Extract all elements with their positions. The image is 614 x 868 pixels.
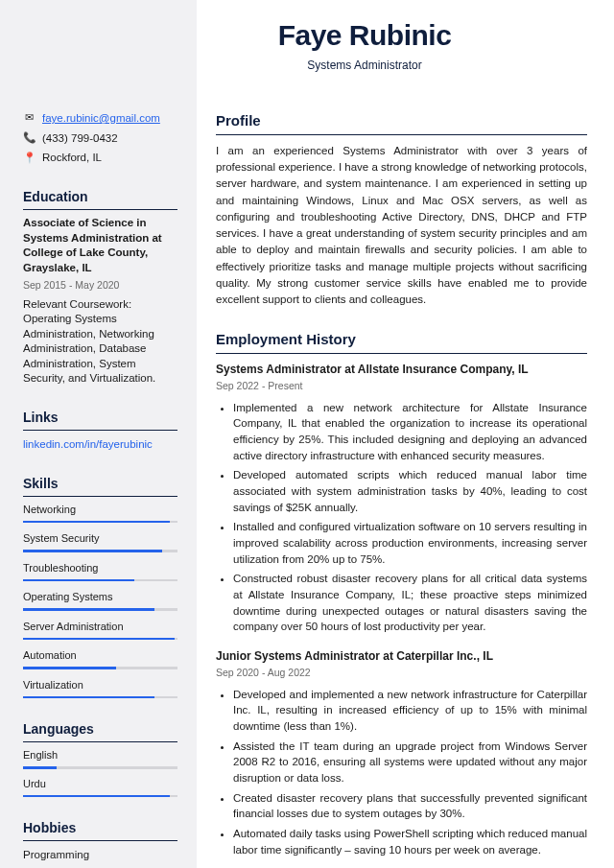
job-bullets: Developed and implemented a new network …: [216, 687, 587, 858]
contact-location-row: 📍 Rockford, IL: [23, 150, 177, 166]
education-coursework: Relevant Coursework: Operating Systems A…: [23, 297, 177, 387]
main-content: Profile I am an experienced Systems Admi…: [197, 0, 614, 868]
person-title: Systems Administrator: [307, 58, 421, 74]
skills-section: Skills NetworkingSystem SecurityTroubles…: [23, 474, 177, 698]
location-icon: 📍: [23, 151, 35, 166]
skill-item: Automation: [23, 648, 177, 669]
skill-name: System Security: [23, 531, 177, 547]
job-bullet: Created disaster recovery plans that suc…: [233, 790, 587, 822]
skill-bar: [23, 521, 177, 524]
contact-block: ✉ faye.rubinic@gmail.com 📞 (433) 799-043…: [23, 110, 177, 166]
job-bullet: Installed and configured virtualization …: [233, 519, 587, 567]
skill-name: Virtualization: [23, 678, 177, 693]
email-link[interactable]: faye.rubinic@gmail.com: [42, 110, 160, 127]
skill-bar: [23, 638, 177, 641]
skill-name: Automation: [23, 648, 177, 664]
phone-text: (433) 799-0432: [42, 130, 118, 147]
skill-bar: [23, 608, 177, 611]
job-dates: Sep 2020 - Aug 2022: [216, 666, 587, 680]
skills-heading: Skills: [23, 474, 177, 497]
skill-name: Networking: [23, 503, 177, 518]
language-item: Urdu: [23, 777, 177, 797]
education-section: Education Associate of Science in System…: [23, 187, 177, 387]
skill-item: Networking: [23, 503, 177, 523]
phone-icon: 📞: [23, 130, 35, 146]
skill-item: System Security: [23, 531, 177, 551]
profile-section: Profile I am an experienced Systems Admi…: [216, 110, 587, 308]
language-name: Urdu: [23, 777, 177, 792]
contact-email-row: ✉ faye.rubinic@gmail.com: [23, 110, 177, 127]
email-icon: ✉: [23, 110, 35, 126]
employment-section: Employment History Systems Administrator…: [216, 329, 587, 857]
skill-bar: [23, 579, 177, 582]
sidebar: ✉ faye.rubinic@gmail.com 📞 (433) 799-043…: [0, 0, 197, 868]
skill-name: Server Administration: [23, 620, 177, 635]
links-heading: Links: [23, 408, 177, 431]
languages-heading: Languages: [23, 719, 177, 742]
profile-heading: Profile: [216, 110, 587, 135]
education-heading: Education: [23, 187, 177, 210]
job-bullet: Developed automated scripts which reduce…: [233, 467, 587, 515]
education-degree: Associate of Science in Systems Administ…: [23, 216, 177, 275]
job-bullet: Implemented a new network architecture f…: [233, 400, 587, 464]
skill-item: Troubleshooting: [23, 561, 177, 581]
skill-name: Operating Systems: [23, 590, 177, 605]
hobbies-heading: Hobbies: [23, 818, 177, 841]
skill-bar: [23, 696, 177, 699]
job-title: Junior Systems Administrator at Caterpil…: [216, 648, 587, 665]
language-bar: [23, 766, 177, 769]
education-dates: Sep 2015 - May 2020: [23, 278, 177, 293]
job-dates: Sep 2022 - Present: [216, 379, 587, 393]
language-item: English: [23, 748, 177, 768]
hobby-item: Programming: [23, 847, 177, 863]
skill-item: Virtualization: [23, 678, 177, 698]
job-bullets: Implemented a new network architecture f…: [216, 400, 587, 635]
job-entry: Junior Systems Administrator at Caterpil…: [216, 648, 587, 857]
person-name: Faye Rubinic: [278, 14, 452, 57]
job-bullet: Assisted the IT team during an upgrade p…: [233, 739, 587, 786]
language-name: English: [23, 748, 177, 763]
skill-item: Server Administration: [23, 620, 177, 640]
language-bar: [23, 795, 177, 798]
links-section: Links linkedin.com/in/fayerubinic: [23, 408, 177, 453]
job-bullet: Developed and implemented a new network …: [233, 687, 587, 735]
job-entry: Systems Administrator at Allstate Insura…: [216, 362, 587, 635]
job-bullet: Automated daily tasks using PowerShell s…: [233, 826, 587, 857]
job-bullet: Constructed robust disaster recovery pla…: [233, 571, 587, 635]
job-title: Systems Administrator at Allstate Insura…: [216, 362, 587, 378]
skill-bar: [23, 550, 177, 552]
languages-section: Languages EnglishUrdu: [23, 719, 177, 797]
skill-name: Troubleshooting: [23, 561, 177, 576]
linkedin-link[interactable]: linkedin.com/in/fayerubinic: [23, 438, 153, 450]
skill-bar: [23, 667, 177, 669]
location-text: Rockford, IL: [42, 150, 102, 166]
hobbies-section: Hobbies ProgrammingNetworking: [23, 818, 177, 868]
profile-text: I am an experienced Systems Administrato…: [216, 143, 587, 309]
skill-item: Operating Systems: [23, 590, 177, 610]
employment-heading: Employment History: [216, 329, 587, 354]
contact-phone-row: 📞 (433) 799-0432: [23, 130, 177, 147]
resume-header: Faye Rubinic Systems Administrator: [0, 0, 614, 88]
